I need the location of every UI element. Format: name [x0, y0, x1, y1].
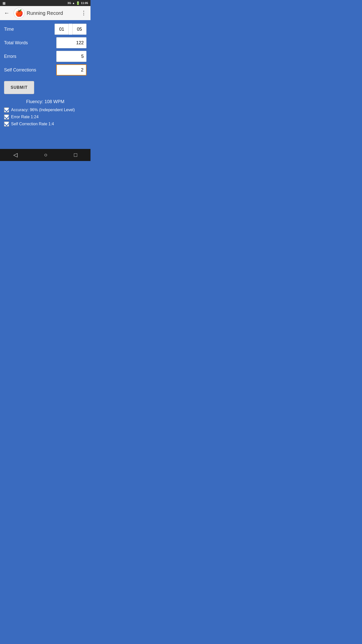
accuracy-item: Accuracy: 96% (Independent Level)	[4, 107, 86, 112]
status-bar: ▦ 3G ▲ 🔋 11:05	[0, 0, 90, 6]
accuracy-text: Accuracy: 96% (Independent Level)	[11, 108, 75, 112]
total-words-row: Total Words	[4, 37, 86, 49]
time-label: Time	[4, 27, 55, 32]
status-right: 3G ▲ 🔋 11:05	[67, 1, 88, 5]
time-minutes-input[interactable]	[55, 24, 69, 35]
logo-icon: 🍎	[15, 9, 23, 17]
network-type: 3G	[67, 2, 71, 5]
self-correction-rate-item: Self Correction Rate 1:4	[4, 122, 86, 127]
main-content: Time : Total Words Errors Self Correctio…	[0, 20, 90, 149]
back-button[interactable]: ←	[2, 8, 12, 18]
error-rate-item: Error Rate 1:24	[4, 114, 86, 119]
nav-recent-button[interactable]: □	[68, 150, 83, 160]
time-seconds-input[interactable]	[72, 24, 86, 35]
time-row: Time :	[4, 23, 86, 35]
fluency-text: Fluency: 108 WPM	[4, 99, 86, 104]
error-rate-text: Error Rate 1:24	[11, 115, 38, 119]
more-options-button[interactable]: ⋮	[79, 8, 88, 18]
clock: 11:05	[81, 2, 88, 5]
self-correction-rate-text: Self Correction Rate 1:4	[11, 122, 54, 126]
self-corrections-row: Self Corrections	[4, 64, 86, 76]
battery-icon: 🔋	[76, 1, 80, 5]
signal-icon: ▲	[72, 2, 75, 5]
self-corrections-input[interactable]	[56, 64, 86, 75]
time-inputs: :	[55, 24, 86, 35]
sim-icon: ▦	[3, 1, 6, 5]
errors-row: Errors	[4, 50, 86, 62]
accuracy-checkbox[interactable]	[4, 107, 9, 112]
app-logo: 🍎	[14, 8, 25, 19]
submit-button[interactable]: SUBMIT	[4, 81, 34, 94]
status-left: ▦	[3, 1, 6, 5]
errors-input[interactable]	[56, 51, 86, 62]
page-title: Running Record	[27, 10, 77, 16]
nav-back-button[interactable]: ◁	[7, 150, 24, 160]
errors-label: Errors	[4, 54, 56, 59]
time-separator: :	[69, 24, 72, 35]
nav-home-button[interactable]: ○	[38, 150, 53, 160]
total-words-label: Total Words	[4, 40, 56, 46]
self-corrections-label: Self Corrections	[4, 67, 56, 73]
bottom-nav: ◁ ○ □	[0, 149, 90, 161]
error-rate-checkbox[interactable]	[4, 114, 9, 119]
toolbar: ← 🍎 Running Record ⋮	[0, 6, 90, 20]
total-words-input[interactable]	[56, 37, 86, 48]
self-correction-rate-checkbox[interactable]	[4, 122, 9, 127]
